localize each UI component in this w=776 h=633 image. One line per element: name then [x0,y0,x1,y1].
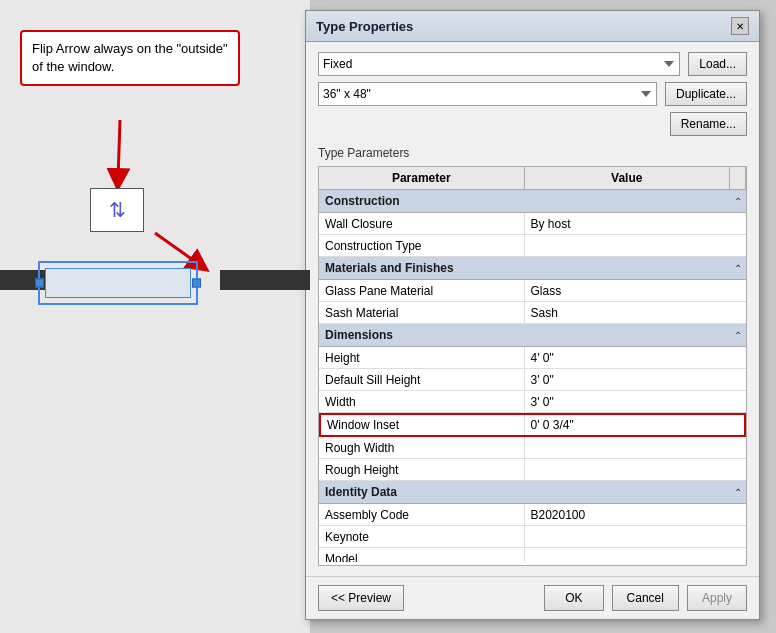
annotation-box: Flip Arrow always on the "outside" of th… [20,30,240,86]
load-button[interactable]: Load... [688,52,747,76]
row-window-inset: Window Inset 0' 0 3/4" [319,413,746,437]
close-button[interactable]: ✕ [731,17,749,35]
duplicate-button[interactable]: Duplicate... [665,82,747,106]
param-width-value[interactable]: 3' 0" [525,391,731,412]
param-construction-type-name: Construction Type [319,235,525,256]
row-spacer [730,280,746,301]
col-parameter: Parameter [319,167,525,189]
section-materials: Materials and Finishes ⌃ [319,257,746,280]
window-handle-right [192,279,201,288]
annotation-text: Flip Arrow always on the "outside" of th… [32,41,228,74]
row-width: Width 3' 0" [319,391,746,413]
size-dropdown[interactable]: 36" x 48" 24" x 36" [318,82,657,106]
param-assembly-code-name: Assembly Code [319,504,525,525]
section-materials-collapse[interactable]: ⌃ [730,257,746,279]
dropdown-row-1: Fixed Casement Load... [318,52,747,76]
row-spacer [730,504,746,525]
row-assembly-code: Assembly Code B2020100 [319,504,746,526]
row-keynote: Keynote [319,526,746,548]
param-rough-width-value[interactable] [525,437,731,458]
type-params-label: Type Parameters [318,146,747,160]
section-identity: Identity Data ⌃ [319,481,746,504]
svg-line-0 [118,120,120,180]
row-spacer [728,415,744,435]
row-spacer [730,235,746,256]
param-model-value[interactable] [525,548,731,562]
cancel-button[interactable]: Cancel [612,585,679,611]
rename-button[interactable]: Rename... [670,112,747,136]
param-height-value[interactable]: 4' 0" [525,347,731,368]
param-height-name: Height [319,347,525,368]
param-glass-pane-value[interactable]: Glass [525,280,731,301]
blue-window-inner [45,268,191,298]
row-height: Height 4' 0" [319,347,746,369]
param-wall-closure-name: Wall Closure [319,213,525,234]
row-model: Model [319,548,746,562]
preview-button[interactable]: << Preview [318,585,404,611]
wall-right [220,270,310,290]
row-spacer [730,347,746,368]
param-sash-material-name: Sash Material [319,302,525,323]
param-rough-height-value[interactable] [525,459,731,480]
param-construction-type-value[interactable] [525,235,731,256]
param-keynote-value[interactable] [525,526,731,547]
row-spacer [730,437,746,458]
flip-icon: ⇅ [109,198,126,222]
blue-window-frame [38,261,198,305]
drawing-area: Flip Arrow always on the "outside" of th… [0,0,310,633]
param-width-name: Width [319,391,525,412]
rename-row: Rename... [318,112,747,136]
row-wall-closure: Wall Closure By host [319,213,746,235]
table-header: Parameter Value [319,167,746,190]
window-handle-left [35,279,44,288]
section-dimensions: Dimensions ⌃ [319,324,746,347]
section-dimensions-label: Dimensions [319,324,730,346]
section-construction-label: Construction [319,190,730,212]
row-spacer [730,213,746,234]
row-spacer [730,526,746,547]
type-properties-dialog: Type Properties ✕ Fixed Casement Load...… [305,10,760,620]
section-construction-collapse[interactable]: ⌃ [730,190,746,212]
row-spacer [730,391,746,412]
param-wall-closure-value[interactable]: By host [525,213,731,234]
row-default-sill: Default Sill Height 3' 0" [319,369,746,391]
row-rough-height: Rough Height [319,459,746,481]
section-identity-label: Identity Data [319,481,730,503]
param-window-inset-value[interactable]: 0' 0 3/4" [525,415,729,435]
section-construction: Construction ⌃ [319,190,746,213]
type-dropdown[interactable]: Fixed Casement [318,52,680,76]
dialog-body: Fixed Casement Load... 36" x 48" 24" x 3… [306,42,759,576]
params-table: Parameter Value Construction ⌃ Wall Clos… [318,166,747,566]
row-sash-material: Sash Material Sash [319,302,746,324]
param-rough-height-name: Rough Height [319,459,525,480]
apply-button[interactable]: Apply [687,585,747,611]
flip-symbol-box[interactable]: ⇅ [90,188,144,232]
param-model-name: Model [319,548,525,562]
dropdown-row-2: 36" x 48" 24" x 36" Duplicate... [318,82,747,106]
dialog-footer: << Preview OK Cancel Apply [306,576,759,619]
col-spacer [730,167,746,189]
section-materials-label: Materials and Finishes [319,257,730,279]
section-identity-collapse[interactable]: ⌃ [730,481,746,503]
row-construction-type: Construction Type [319,235,746,257]
param-sash-material-value[interactable]: Sash [525,302,731,323]
dialog-title: Type Properties [316,19,413,34]
col-value: Value [525,167,731,189]
row-spacer [730,369,746,390]
row-spacer [730,459,746,480]
ok-button[interactable]: OK [544,585,603,611]
row-rough-width: Rough Width [319,437,746,459]
arrows-overlay [0,0,310,633]
section-dimensions-collapse[interactable]: ⌃ [730,324,746,346]
params-body[interactable]: Construction ⌃ Wall Closure By host Cons… [319,190,746,562]
row-spacer [730,302,746,323]
param-rough-width-name: Rough Width [319,437,525,458]
row-spacer [730,548,746,562]
param-default-sill-value[interactable]: 3' 0" [525,369,731,390]
param-default-sill-name: Default Sill Height [319,369,525,390]
param-glass-pane-name: Glass Pane Material [319,280,525,301]
param-window-inset-name: Window Inset [321,415,525,435]
param-assembly-code-value[interactable]: B2020100 [525,504,731,525]
dialog-titlebar: Type Properties ✕ [306,11,759,42]
row-glass-pane: Glass Pane Material Glass [319,280,746,302]
